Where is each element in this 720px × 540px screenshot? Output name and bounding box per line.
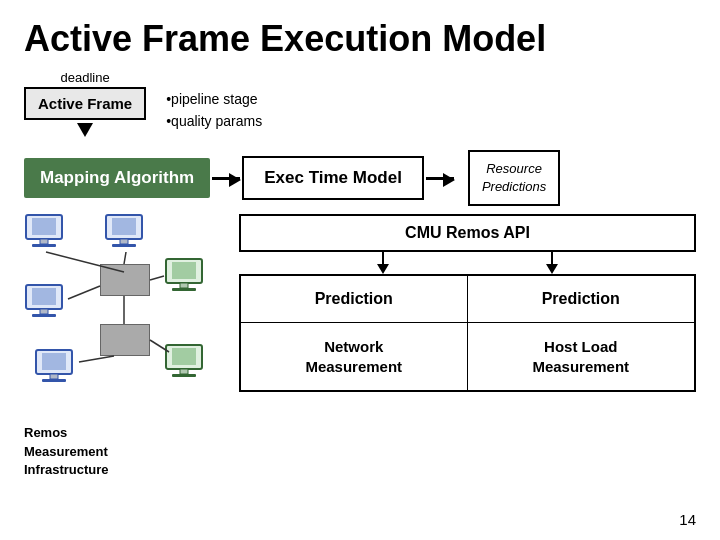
body-section: Remos Measurement Infrastructure CMU Rem… [24, 214, 696, 479]
svg-rect-18 [50, 374, 58, 379]
computer-icon-topleft [24, 214, 68, 256]
quality-params-text: •quality params [166, 110, 262, 132]
host-load-measurement-box: Host Load Measurement [468, 323, 695, 390]
network-measurement-box: Network Measurement [241, 323, 468, 390]
page: Active Frame Execution Model deadline Ac… [0, 0, 720, 540]
svg-rect-15 [32, 314, 56, 317]
prediction-grid: Prediction Prediction Network Measuremen… [239, 274, 696, 392]
svg-rect-14 [40, 309, 48, 314]
svg-rect-22 [180, 369, 188, 374]
resource-predictions-box: Resource Predictions [468, 150, 560, 206]
arrow-down-icon [77, 123, 93, 137]
prediction-box-1: Prediction [241, 276, 468, 323]
svg-line-28 [79, 356, 114, 362]
svg-rect-23 [172, 374, 196, 377]
computer-network [24, 214, 224, 434]
computer-icon-bottomright [164, 344, 208, 386]
svg-rect-11 [172, 288, 196, 291]
svg-rect-21 [172, 348, 196, 365]
arrow-right-icon [212, 177, 240, 180]
svg-line-26 [68, 286, 100, 299]
svg-rect-2 [40, 239, 48, 244]
right-panel: CMU Remos API Prediction Prediction Netw… [239, 214, 696, 392]
computer-icon-midright [164, 258, 208, 300]
deadline-label: deadline [61, 70, 110, 85]
exec-time-model-box: Exec Time Model [242, 156, 424, 200]
arrow-right-icon-2 [426, 177, 454, 180]
page-number: 14 [679, 511, 696, 528]
page-title: Active Frame Execution Model [24, 18, 696, 60]
svg-rect-6 [120, 239, 128, 244]
prediction-box-2: Prediction [468, 276, 695, 323]
computer-icon-midleft [24, 284, 68, 326]
svg-rect-1 [32, 218, 56, 235]
svg-rect-5 [112, 218, 136, 235]
mapping-algorithm-box: Mapping Algorithm [24, 158, 210, 198]
pipeline-info: •pipeline stage •quality params [166, 88, 262, 133]
svg-rect-7 [112, 244, 136, 247]
arrow-to-prediction1 [377, 252, 389, 274]
svg-rect-19 [42, 379, 66, 382]
computer-icon-topright [104, 214, 148, 256]
computer-icon-bottomleft [34, 349, 78, 391]
svg-rect-10 [180, 283, 188, 288]
cmu-remos-api-box: CMU Remos API [239, 214, 696, 252]
center-gray-box [100, 264, 150, 296]
arrow-to-prediction2 [546, 252, 558, 274]
svg-rect-9 [172, 262, 196, 279]
deadline-box: deadline Active Frame [24, 70, 146, 140]
bottom-gray-box [100, 324, 150, 356]
svg-rect-17 [42, 353, 66, 370]
middle-row: Mapping Algorithm Exec Time Model Resour… [24, 150, 696, 206]
pipeline-stage-text: •pipeline stage [166, 88, 262, 110]
left-panel: Remos Measurement Infrastructure [24, 214, 239, 479]
top-section: deadline Active Frame •pipeline stage •q… [24, 70, 696, 140]
active-frame-box: Active Frame [24, 87, 146, 120]
svg-line-27 [150, 276, 164, 280]
svg-rect-13 [32, 288, 56, 305]
svg-rect-3 [32, 244, 56, 247]
arrows-from-cmu [239, 252, 696, 274]
